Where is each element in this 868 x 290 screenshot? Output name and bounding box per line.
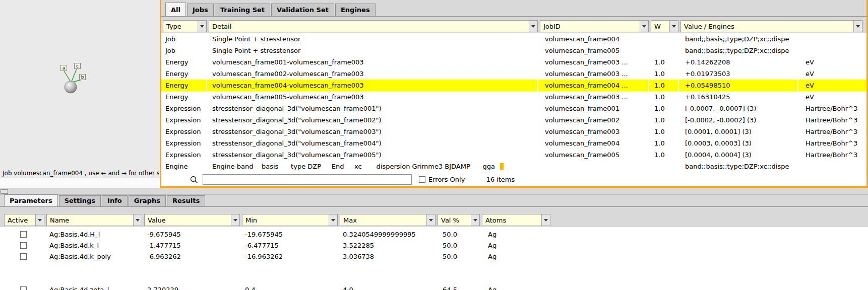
param-name: Ag:Basis.4d.k_l xyxy=(46,242,144,249)
cell-unit xyxy=(798,45,866,56)
tab-info[interactable]: Info xyxy=(102,195,128,206)
search-input[interactable] xyxy=(203,174,412,185)
valpct-filter-dropdown-icon[interactable] xyxy=(471,214,479,226)
value-filter-dropdown-icon[interactable] xyxy=(853,21,862,32)
column-header-max[interactable]: Max xyxy=(340,214,436,226)
param-active-checkbox[interactable] xyxy=(20,253,27,260)
structure-viewer[interactable]: a c b Job volumescan_frame004 , use ← an… xyxy=(0,0,160,188)
column-header-min[interactable]: Min xyxy=(242,214,338,226)
detail-filter-dropdown-icon[interactable] xyxy=(529,21,537,32)
column-header-atoms[interactable]: Atoms xyxy=(482,214,550,226)
column-header-value-engines[interactable]: Value / Engines xyxy=(680,20,862,32)
column-header-valpct[interactable]: Val % xyxy=(438,214,480,226)
cell-jobid: volumescan_frame004 xyxy=(538,33,648,45)
param-active-checkbox[interactable] xyxy=(20,286,27,290)
param-row[interactable]: Ag:Basis.4d.H_l -9.675945 -19.675945 0.3… xyxy=(0,229,868,240)
table-row[interactable]: Job Single Point + stresstensor volumesc… xyxy=(161,45,866,56)
param-max[interactable]: 3.036738 xyxy=(340,253,438,260)
param-active-checkbox[interactable] xyxy=(20,242,27,249)
value-filter-dropdown-icon[interactable] xyxy=(231,214,239,226)
errors-only-checkbox[interactable] xyxy=(419,176,425,183)
cell-value: [-0.0002, -0.0002] (3) xyxy=(679,114,797,126)
scrollbar-stub[interactable] xyxy=(1,189,8,194)
param-row[interactable]: Ag:Basis.4d.zeta_l 2.720229 0.4 4.0 64.5… xyxy=(0,284,868,290)
cell-value: +0.05498510 xyxy=(679,80,797,91)
column-header-active[interactable]: Active xyxy=(4,214,44,226)
atoms-filter-dropdown-icon[interactable] xyxy=(541,214,550,226)
column-header-active-label: Active xyxy=(8,216,28,224)
column-header-detail[interactable]: Detail xyxy=(209,20,538,32)
param-min[interactable]: 0.4 xyxy=(242,286,340,290)
tab-parameters[interactable]: Parameters xyxy=(4,194,58,206)
param-max[interactable]: 4.0 xyxy=(340,286,438,290)
cell-unit: Hartree/Bohr^3 xyxy=(798,114,866,126)
param-value[interactable]: -9.675945 xyxy=(144,231,242,238)
type-filter-dropdown-icon[interactable] xyxy=(198,21,206,32)
tab-training-set[interactable]: Training Set xyxy=(215,4,270,16)
column-header-type[interactable]: Type xyxy=(163,20,207,32)
param-atoms: Ag xyxy=(482,242,868,249)
table-row[interactable]: Energy volumescan_frame002-volumescan_fr… xyxy=(161,68,866,80)
table-row[interactable]: Expression stresstensor_diagonal_3d("vol… xyxy=(161,103,866,114)
column-header-value[interactable]: Value xyxy=(144,214,240,226)
column-header-min-label: Min xyxy=(245,216,257,224)
w-filter-dropdown-icon[interactable] xyxy=(669,21,678,32)
column-header-name[interactable]: Name xyxy=(46,214,142,226)
column-header-name-label: Name xyxy=(50,216,69,224)
cell-unit xyxy=(798,161,866,172)
horizontal-splitter[interactable] xyxy=(0,188,868,195)
tab-jobs[interactable]: Jobs xyxy=(187,4,214,16)
column-header-atoms-label: Atoms xyxy=(485,216,506,224)
tab-engines[interactable]: Engines xyxy=(335,4,376,16)
column-header-w[interactable]: W xyxy=(651,20,678,32)
tab-results[interactable]: Results xyxy=(167,195,205,206)
param-value[interactable]: 2.720229 xyxy=(144,286,242,290)
cell-detail: stresstensor_diagonal_3d("volumescan_fra… xyxy=(207,149,537,161)
cell-jobid: volumescan_frame002 xyxy=(538,114,648,126)
cell-w: 1.0 xyxy=(649,149,678,161)
table-row-selected[interactable]: Energy volumescan_frame004-volumescan_fr… xyxy=(161,80,866,91)
table-row[interactable]: Energy volumescan_frame005-volumescan_fr… xyxy=(161,91,866,103)
tab-validation-set[interactable]: Validation Set xyxy=(271,4,334,16)
cell-detail: volumescan_frame004-volumescan_frame003 xyxy=(207,80,537,91)
name-filter-dropdown-icon[interactable] xyxy=(133,214,142,226)
jobid-filter-dropdown-icon[interactable] xyxy=(640,21,648,32)
param-value[interactable]: -1.477715 xyxy=(144,242,242,249)
param-row[interactable]: Ag:Basis.4d.k_l -1.477715 -6.477715 3.52… xyxy=(0,240,868,251)
tab-settings[interactable]: Settings xyxy=(59,195,101,206)
param-min[interactable]: -16.963262 xyxy=(242,253,340,260)
tab-all[interactable]: All xyxy=(165,3,186,16)
param-atoms: Ag xyxy=(482,231,868,238)
cell-type: Expression xyxy=(161,149,206,161)
cell-type: Expression xyxy=(161,114,206,126)
table-row-engine[interactable]: Engine Engine band basis type DZP End xc… xyxy=(161,161,866,172)
table-row[interactable]: Expression stresstensor_diagonal_3d("vol… xyxy=(161,114,866,126)
dataset-panel: All Jobs Training Set Validation Set Eng… xyxy=(160,0,868,188)
column-header-jobid[interactable]: JobID xyxy=(540,20,649,32)
cell-jobid: volumescan_frame001 xyxy=(538,103,648,114)
param-min[interactable]: -6.477715 xyxy=(242,242,340,249)
tab-graphs[interactable]: Graphs xyxy=(129,195,166,206)
param-max[interactable]: 0.3240549999999995 xyxy=(340,231,438,238)
cell-detail: volumescan_frame005-volumescan_frame003 xyxy=(207,91,537,103)
viewer-bottom-strip xyxy=(0,178,160,188)
param-max[interactable]: 3.522285 xyxy=(340,242,438,249)
table-row[interactable]: Energy volumescan_frame001-volumescan_fr… xyxy=(161,56,866,68)
cell-value: band;;basis;;type;DZP;xc;;dispe xyxy=(679,33,797,45)
cell-jobid: volumescan_frame004 xyxy=(538,137,648,149)
max-filter-dropdown-icon[interactable] xyxy=(426,214,435,226)
param-name: Ag:Basis.4d.zeta_l xyxy=(46,286,144,290)
param-atoms: Ag xyxy=(482,253,868,260)
table-row[interactable]: Expression stresstensor_diagonal_3d("vol… xyxy=(161,126,866,137)
param-min[interactable]: -19.675945 xyxy=(242,231,340,238)
min-filter-dropdown-icon[interactable] xyxy=(329,214,337,226)
table-row[interactable]: Expression stresstensor_diagonal_3d("vol… xyxy=(161,149,866,161)
param-row[interactable]: Ag:Basis.4d.k_poly -6.963262 -16.963262 … xyxy=(0,251,868,262)
cell-detail: Single Point + stresstensor xyxy=(207,33,537,45)
param-active-checkbox[interactable] xyxy=(20,231,27,238)
param-value[interactable]: -6.963262 xyxy=(144,253,242,260)
silver-atom xyxy=(65,81,77,93)
table-row[interactable]: Job Single Point + stresstensor volumesc… xyxy=(161,33,866,45)
active-filter-dropdown-icon[interactable] xyxy=(35,214,44,226)
table-row[interactable]: Expression stresstensor_diagonal_3d("vol… xyxy=(161,137,866,149)
